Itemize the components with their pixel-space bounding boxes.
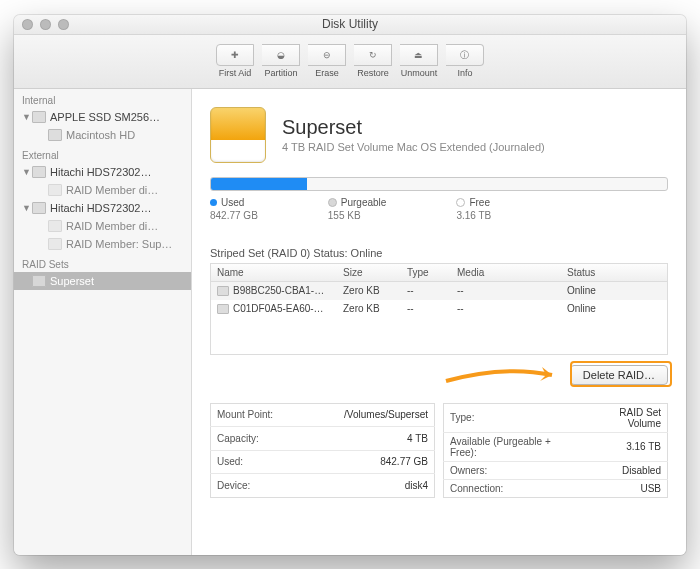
detail-key: Used: <box>211 450 304 474</box>
detail-row: Available (Purgeable + Free):3.16 TB <box>444 432 668 461</box>
first-aid-icon: ✚ <box>216 44 254 66</box>
toolbar: ✚First Aid◒Partition⊖Erase↻Restore⏏Unmou… <box>14 35 686 89</box>
sidebar-item-label: Superset <box>50 275 94 287</box>
sidebar: Internal▼APPLE SSD SM256…Macintosh HDExt… <box>14 89 192 555</box>
detail-row: Type:RAID Set Volume <box>444 403 668 432</box>
toolbar-info-button[interactable]: ⓘInfo <box>442 41 488 81</box>
usage-bar-used <box>211 178 307 190</box>
table-row[interactable]: C01DF0A5-EA60-…Zero KB----Online <box>211 300 667 318</box>
partition-icon: ◒ <box>262 44 300 66</box>
disk-icon <box>48 238 62 250</box>
volume-header: Superset 4 TB RAID Set Volume Mac OS Ext… <box>210 107 668 163</box>
detail-value: 4 TB <box>304 427 435 451</box>
volume-subtitle: 4 TB RAID Set Volume Mac OS Extended (Jo… <box>282 141 545 153</box>
detail-value: 3.16 TB <box>580 432 667 461</box>
sidebar-item-label: RAID Member di… <box>66 184 158 196</box>
disk-icon <box>32 202 46 214</box>
sidebar-item[interactable]: RAID Member: Sup… <box>14 235 191 253</box>
details-right-table: Type:RAID Set VolumeAvailable (Purgeable… <box>443 403 668 498</box>
legend-used-label: Used <box>210 197 258 208</box>
sidebar-section-header: Internal <box>14 89 191 108</box>
member-name: C01DF0A5-EA60-… <box>233 303 324 314</box>
toolbar-label: Erase <box>315 68 339 78</box>
toolbar-restore-button[interactable]: ↻Restore <box>350 41 396 81</box>
window-title: Disk Utility <box>14 17 686 31</box>
disclosure-triangle-icon[interactable]: ▼ <box>22 112 30 122</box>
details-left-table: Mount Point:/Volumes/SupersetCapacity:4 … <box>210 403 435 498</box>
sidebar-section-header: RAID Sets <box>14 253 191 272</box>
detail-row: Capacity:4 TB <box>211 427 435 451</box>
legend-free-label: Free <box>456 197 491 208</box>
disk-icon <box>32 166 46 178</box>
delete-raid-button[interactable]: Delete RAID… <box>570 365 668 385</box>
detail-key: Connection: <box>444 479 581 497</box>
sidebar-item-label: Macintosh HD <box>66 129 135 141</box>
legend-purgeable-value: 155 KB <box>328 210 387 221</box>
detail-value: /Volumes/Superset <box>304 403 435 427</box>
raid-status-line: Striped Set (RAID 0) Status: Online <box>210 247 668 259</box>
erase-icon: ⊖ <box>308 44 346 66</box>
legend-used-value: 842.77 GB <box>210 210 258 221</box>
usage-bar <box>210 177 668 191</box>
disk-icon <box>48 129 62 141</box>
disk-icon <box>32 275 46 287</box>
disk-icon <box>48 220 62 232</box>
sidebar-item[interactable]: ▼APPLE SSD SM256… <box>14 108 191 126</box>
main-pane: Superset 4 TB RAID Set Volume Mac OS Ext… <box>192 89 686 555</box>
toolbar-partition-button[interactable]: ◒Partition <box>258 41 304 81</box>
member-type: -- <box>401 303 451 314</box>
detail-value: RAID Set Volume <box>580 403 667 432</box>
detail-key: Mount Point: <box>211 403 304 427</box>
col-size[interactable]: Size <box>337 267 401 278</box>
annotation-arrow-icon <box>444 367 564 385</box>
detail-key: Capacity: <box>211 427 304 451</box>
detail-key: Owners: <box>444 461 581 479</box>
disk-icon <box>217 286 229 296</box>
restore-icon: ↻ <box>354 44 392 66</box>
table-row[interactable]: B98BC250-CBA1-…Zero KB----Online <box>211 282 667 300</box>
col-name[interactable]: Name <box>211 267 337 278</box>
sidebar-item[interactable]: Superset <box>14 272 191 290</box>
usage-legend: Used842.77 GB Purgeable155 KB Free3.16 T… <box>210 197 668 221</box>
sidebar-item-label: Hitachi HDS72302… <box>50 202 152 214</box>
detail-value: Disabled <box>580 461 667 479</box>
disk-icon <box>48 184 62 196</box>
sidebar-item[interactable]: Macintosh HD <box>14 126 191 144</box>
detail-key: Device: <box>211 474 304 498</box>
table-header: Name Size Type Media Status <box>211 264 667 282</box>
volume-details: Mount Point:/Volumes/SupersetCapacity:4 … <box>210 403 668 498</box>
volume-name: Superset <box>282 116 545 139</box>
disclosure-triangle-icon[interactable]: ▼ <box>22 167 30 177</box>
col-status[interactable]: Status <box>561 267 667 278</box>
titlebar[interactable]: Disk Utility <box>14 15 686 35</box>
sidebar-item[interactable]: RAID Member di… <box>14 181 191 199</box>
raid-actions: Delete RAID… <box>210 355 668 399</box>
col-media[interactable]: Media <box>451 267 561 278</box>
toolbar-first-aid-button[interactable]: ✚First Aid <box>212 41 258 81</box>
sidebar-item-label: APPLE SSD SM256… <box>50 111 160 123</box>
sidebar-item[interactable]: ▼Hitachi HDS72302… <box>14 199 191 217</box>
unmount-icon: ⏏ <box>400 44 438 66</box>
disclosure-triangle-icon[interactable]: ▼ <box>22 203 30 213</box>
detail-value: 842.77 GB <box>304 450 435 474</box>
sidebar-section-header: External <box>14 144 191 163</box>
sidebar-item-label: Hitachi HDS72302… <box>50 166 152 178</box>
detail-row: Connection:USB <box>444 479 668 497</box>
toolbar-label: Info <box>457 68 472 78</box>
member-status: Online <box>561 303 667 314</box>
disk-utility-window: Disk Utility ✚First Aid◒Partition⊖Erase↻… <box>14 15 686 555</box>
sidebar-item[interactable]: RAID Member di… <box>14 217 191 235</box>
member-media: -- <box>451 285 561 296</box>
member-media: -- <box>451 303 561 314</box>
sidebar-item[interactable]: ▼Hitachi HDS72302… <box>14 163 191 181</box>
toolbar-label: Restore <box>357 68 389 78</box>
disk-icon <box>32 111 46 123</box>
member-size: Zero KB <box>337 285 401 296</box>
toolbar-erase-button[interactable]: ⊖Erase <box>304 41 350 81</box>
toolbar-label: Unmount <box>401 68 438 78</box>
member-status: Online <box>561 285 667 296</box>
sidebar-item-label: RAID Member di… <box>66 220 158 232</box>
col-type[interactable]: Type <box>401 267 451 278</box>
toolbar-unmount-button[interactable]: ⏏Unmount <box>396 41 442 81</box>
detail-row: Mount Point:/Volumes/Superset <box>211 403 435 427</box>
